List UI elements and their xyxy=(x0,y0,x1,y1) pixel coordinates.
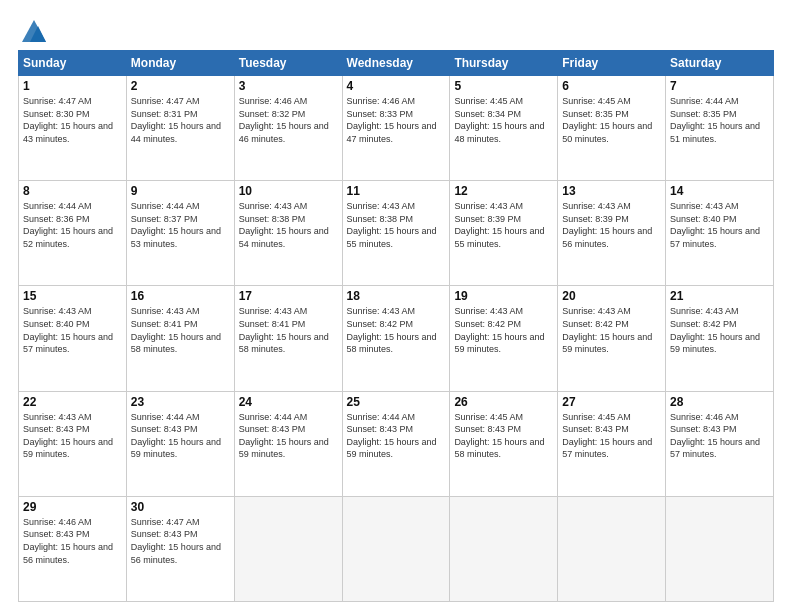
day-number: 29 xyxy=(23,500,122,514)
day-info: Sunrise: 4:43 AMSunset: 8:38 PMDaylight:… xyxy=(239,201,329,249)
calendar-cell: 27 Sunrise: 4:45 AMSunset: 8:43 PMDaylig… xyxy=(558,391,666,496)
calendar-cell: 8 Sunrise: 4:44 AMSunset: 8:36 PMDayligh… xyxy=(19,181,127,286)
day-info: Sunrise: 4:45 AMSunset: 8:43 PMDaylight:… xyxy=(562,412,652,460)
day-number: 20 xyxy=(562,289,661,303)
weekday-header-wednesday: Wednesday xyxy=(342,51,450,76)
day-number: 17 xyxy=(239,289,338,303)
calendar-cell: 12 Sunrise: 4:43 AMSunset: 8:39 PMDaylig… xyxy=(450,181,558,286)
day-info: Sunrise: 4:46 AMSunset: 8:43 PMDaylight:… xyxy=(23,517,113,565)
day-info: Sunrise: 4:43 AMSunset: 8:39 PMDaylight:… xyxy=(454,201,544,249)
day-info: Sunrise: 4:44 AMSunset: 8:43 PMDaylight:… xyxy=(131,412,221,460)
day-number: 2 xyxy=(131,79,230,93)
day-number: 9 xyxy=(131,184,230,198)
day-number: 6 xyxy=(562,79,661,93)
day-info: Sunrise: 4:45 AMSunset: 8:34 PMDaylight:… xyxy=(454,96,544,144)
day-info: Sunrise: 4:46 AMSunset: 8:43 PMDaylight:… xyxy=(670,412,760,460)
day-number: 24 xyxy=(239,395,338,409)
day-number: 11 xyxy=(347,184,446,198)
calendar-cell: 30 Sunrise: 4:47 AMSunset: 8:43 PMDaylig… xyxy=(126,496,234,601)
day-number: 5 xyxy=(454,79,553,93)
calendar-cell: 20 Sunrise: 4:43 AMSunset: 8:42 PMDaylig… xyxy=(558,286,666,391)
calendar-cell: 14 Sunrise: 4:43 AMSunset: 8:40 PMDaylig… xyxy=(666,181,774,286)
calendar-cell: 3 Sunrise: 4:46 AMSunset: 8:32 PMDayligh… xyxy=(234,76,342,181)
day-number: 3 xyxy=(239,79,338,93)
day-info: Sunrise: 4:46 AMSunset: 8:32 PMDaylight:… xyxy=(239,96,329,144)
day-info: Sunrise: 4:43 AMSunset: 8:42 PMDaylight:… xyxy=(562,306,652,354)
day-number: 1 xyxy=(23,79,122,93)
day-number: 27 xyxy=(562,395,661,409)
week-row-5: 29 Sunrise: 4:46 AMSunset: 8:43 PMDaylig… xyxy=(19,496,774,601)
day-info: Sunrise: 4:45 AMSunset: 8:35 PMDaylight:… xyxy=(562,96,652,144)
calendar-cell: 25 Sunrise: 4:44 AMSunset: 8:43 PMDaylig… xyxy=(342,391,450,496)
calendar-cell: 4 Sunrise: 4:46 AMSunset: 8:33 PMDayligh… xyxy=(342,76,450,181)
weekday-header-thursday: Thursday xyxy=(450,51,558,76)
week-row-2: 8 Sunrise: 4:44 AMSunset: 8:36 PMDayligh… xyxy=(19,181,774,286)
day-number: 21 xyxy=(670,289,769,303)
day-number: 25 xyxy=(347,395,446,409)
weekday-header-row: SundayMondayTuesdayWednesdayThursdayFrid… xyxy=(19,51,774,76)
day-info: Sunrise: 4:46 AMSunset: 8:33 PMDaylight:… xyxy=(347,96,437,144)
calendar-cell: 10 Sunrise: 4:43 AMSunset: 8:38 PMDaylig… xyxy=(234,181,342,286)
calendar-cell: 6 Sunrise: 4:45 AMSunset: 8:35 PMDayligh… xyxy=(558,76,666,181)
calendar-cell xyxy=(342,496,450,601)
page: SundayMondayTuesdayWednesdayThursdayFrid… xyxy=(0,0,792,612)
day-info: Sunrise: 4:43 AMSunset: 8:43 PMDaylight:… xyxy=(23,412,113,460)
day-info: Sunrise: 4:43 AMSunset: 8:42 PMDaylight:… xyxy=(670,306,760,354)
day-number: 14 xyxy=(670,184,769,198)
calendar-cell: 11 Sunrise: 4:43 AMSunset: 8:38 PMDaylig… xyxy=(342,181,450,286)
day-info: Sunrise: 4:45 AMSunset: 8:43 PMDaylight:… xyxy=(454,412,544,460)
day-info: Sunrise: 4:43 AMSunset: 8:41 PMDaylight:… xyxy=(239,306,329,354)
weekday-header-friday: Friday xyxy=(558,51,666,76)
calendar-cell: 13 Sunrise: 4:43 AMSunset: 8:39 PMDaylig… xyxy=(558,181,666,286)
day-number: 8 xyxy=(23,184,122,198)
week-row-1: 1 Sunrise: 4:47 AMSunset: 8:30 PMDayligh… xyxy=(19,76,774,181)
week-row-4: 22 Sunrise: 4:43 AMSunset: 8:43 PMDaylig… xyxy=(19,391,774,496)
calendar-cell: 18 Sunrise: 4:43 AMSunset: 8:42 PMDaylig… xyxy=(342,286,450,391)
day-number: 19 xyxy=(454,289,553,303)
calendar-cell: 24 Sunrise: 4:44 AMSunset: 8:43 PMDaylig… xyxy=(234,391,342,496)
weekday-header-tuesday: Tuesday xyxy=(234,51,342,76)
calendar-cell xyxy=(234,496,342,601)
calendar-cell: 29 Sunrise: 4:46 AMSunset: 8:43 PMDaylig… xyxy=(19,496,127,601)
day-number: 7 xyxy=(670,79,769,93)
day-info: Sunrise: 4:47 AMSunset: 8:43 PMDaylight:… xyxy=(131,517,221,565)
calendar-cell: 9 Sunrise: 4:44 AMSunset: 8:37 PMDayligh… xyxy=(126,181,234,286)
day-number: 28 xyxy=(670,395,769,409)
week-row-3: 15 Sunrise: 4:43 AMSunset: 8:40 PMDaylig… xyxy=(19,286,774,391)
day-number: 12 xyxy=(454,184,553,198)
day-number: 4 xyxy=(347,79,446,93)
calendar-cell: 21 Sunrise: 4:43 AMSunset: 8:42 PMDaylig… xyxy=(666,286,774,391)
calendar-table: SundayMondayTuesdayWednesdayThursdayFrid… xyxy=(18,50,774,602)
calendar-cell: 15 Sunrise: 4:43 AMSunset: 8:40 PMDaylig… xyxy=(19,286,127,391)
calendar-cell: 5 Sunrise: 4:45 AMSunset: 8:34 PMDayligh… xyxy=(450,76,558,181)
day-info: Sunrise: 4:47 AMSunset: 8:30 PMDaylight:… xyxy=(23,96,113,144)
calendar-cell: 16 Sunrise: 4:43 AMSunset: 8:41 PMDaylig… xyxy=(126,286,234,391)
day-info: Sunrise: 4:43 AMSunset: 8:40 PMDaylight:… xyxy=(670,201,760,249)
day-number: 22 xyxy=(23,395,122,409)
day-number: 15 xyxy=(23,289,122,303)
header xyxy=(18,18,774,42)
calendar-cell: 2 Sunrise: 4:47 AMSunset: 8:31 PMDayligh… xyxy=(126,76,234,181)
weekday-header-sunday: Sunday xyxy=(19,51,127,76)
day-number: 23 xyxy=(131,395,230,409)
day-info: Sunrise: 4:43 AMSunset: 8:42 PMDaylight:… xyxy=(347,306,437,354)
calendar-cell: 23 Sunrise: 4:44 AMSunset: 8:43 PMDaylig… xyxy=(126,391,234,496)
calendar-cell: 7 Sunrise: 4:44 AMSunset: 8:35 PMDayligh… xyxy=(666,76,774,181)
calendar-cell: 1 Sunrise: 4:47 AMSunset: 8:30 PMDayligh… xyxy=(19,76,127,181)
logo xyxy=(18,18,48,42)
logo-icon xyxy=(20,18,48,46)
day-number: 30 xyxy=(131,500,230,514)
day-info: Sunrise: 4:44 AMSunset: 8:35 PMDaylight:… xyxy=(670,96,760,144)
day-info: Sunrise: 4:44 AMSunset: 8:43 PMDaylight:… xyxy=(347,412,437,460)
weekday-header-saturday: Saturday xyxy=(666,51,774,76)
day-number: 13 xyxy=(562,184,661,198)
day-info: Sunrise: 4:44 AMSunset: 8:36 PMDaylight:… xyxy=(23,201,113,249)
calendar-cell xyxy=(450,496,558,601)
day-info: Sunrise: 4:43 AMSunset: 8:41 PMDaylight:… xyxy=(131,306,221,354)
calendar-cell: 17 Sunrise: 4:43 AMSunset: 8:41 PMDaylig… xyxy=(234,286,342,391)
day-info: Sunrise: 4:43 AMSunset: 8:40 PMDaylight:… xyxy=(23,306,113,354)
day-info: Sunrise: 4:43 AMSunset: 8:38 PMDaylight:… xyxy=(347,201,437,249)
day-number: 16 xyxy=(131,289,230,303)
calendar-cell: 26 Sunrise: 4:45 AMSunset: 8:43 PMDaylig… xyxy=(450,391,558,496)
calendar-cell: 28 Sunrise: 4:46 AMSunset: 8:43 PMDaylig… xyxy=(666,391,774,496)
